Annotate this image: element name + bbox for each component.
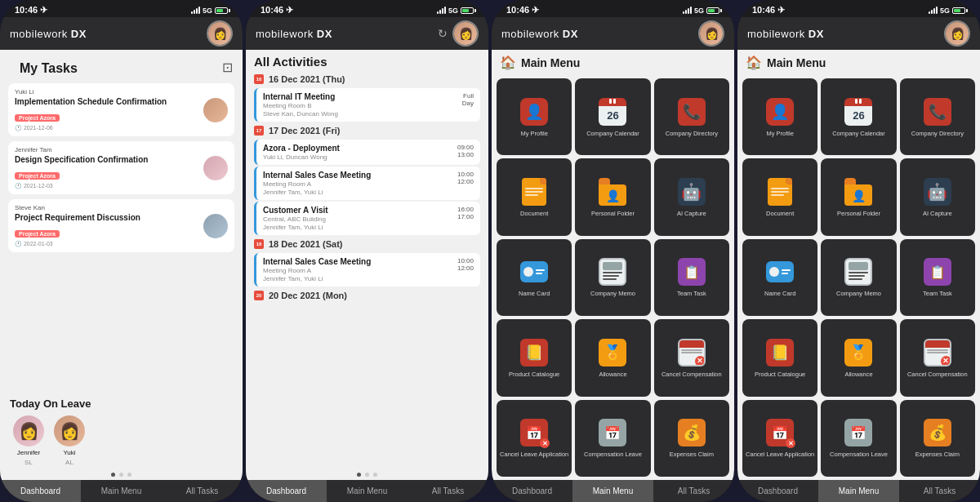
refresh-icon[interactable]: ↻ <box>438 27 448 40</box>
status-time-3: 10:46 ✈ <box>506 5 539 16</box>
activity-title-5: Internal Sales Case Meeting <box>263 257 457 266</box>
task-left-2: Jennifer Tam Design Specification Confir… <box>15 146 198 189</box>
menu-item-compensation-leave[interactable]: 📅 Compensation Leave <box>821 400 896 477</box>
status-bar-3: 10:46 ✈ 5G <box>492 0 734 17</box>
signal-bar <box>437 11 439 14</box>
nav-dashboard-2[interactable]: Dashboard <box>246 480 327 502</box>
menu-item-expenses-claim[interactable]: 💰 Expenses Claim <box>654 400 729 477</box>
avatar-img-4: 👩 <box>946 22 969 45</box>
menu-item-company-memo[interactable]: Company Memo <box>821 239 896 316</box>
menu-item-ai-capture[interactable]: 🤖 AI Capture <box>900 158 975 235</box>
activity-card-4[interactable]: Customer A Visit Central, ABC Building J… <box>254 202 480 235</box>
activities-scroll[interactable]: 16 16 Dec 2021 (Thu) Internal IT Meeting… <box>246 72 488 469</box>
nav-dashboard-3[interactable]: Dashboard <box>492 480 572 502</box>
activity-sub-3a: Meeting Room A <box>263 180 457 188</box>
menu-item-icon: 📅 ✕ <box>765 418 795 447</box>
menu-item-document[interactable]: Document <box>742 158 817 235</box>
menu-item-expenses-claim[interactable]: 💰 Expenses Claim <box>900 400 975 477</box>
signal-bar <box>683 11 684 14</box>
nav-alltasks-2[interactable]: All Tasks <box>408 480 488 502</box>
menu-item-label: Product Catalogue <box>755 371 805 378</box>
menu-item-allowance[interactable]: 🏅 Allowance <box>575 319 650 396</box>
activity-left-3: Internal Sales Case Meeting Meeting Room… <box>263 171 457 196</box>
menu-item-icon: 🤖 <box>923 177 952 207</box>
nav-dashboard-1[interactable]: Dashboard <box>0 480 81 502</box>
dot <box>373 473 377 477</box>
menu-item-team-task[interactable]: 📋 Team Task <box>654 239 729 316</box>
user-avatar-4[interactable]: 👩 <box>944 20 970 47</box>
menu-item-label: Company Calendar <box>586 130 639 137</box>
nav-alltasks-3[interactable]: All Tasks <box>653 480 734 502</box>
user-avatar-3[interactable]: 👩 <box>698 20 724 47</box>
task-tag-2: Project Azora <box>15 172 60 180</box>
nav-alltasks-4[interactable]: All Tasks <box>899 480 980 502</box>
menu-item-label: Product Catalogue <box>509 371 559 378</box>
menu-item-company-memo[interactable]: Company Memo <box>575 239 650 316</box>
menu-item-ai-capture[interactable]: 🤖 AI Capture <box>654 158 729 235</box>
menu-item-personal-folder[interactable]: 👤 Personal Folder <box>821 158 896 235</box>
scan-icon[interactable]: ⊡ <box>222 60 233 75</box>
menu-item-compensation-leave[interactable]: 📅 Compensation Leave <box>575 400 650 477</box>
menu-item-icon: ✕ <box>923 338 952 367</box>
activity-sub-4b: Jennifer Tam, Yuki Li <box>263 224 457 231</box>
dots-row-1 <box>0 469 243 480</box>
user-avatar-2[interactable]: 👩 <box>452 20 479 47</box>
menu-item-allowance[interactable]: 🏅 Allowance <box>821 319 896 396</box>
menu-item-cancel-compensation[interactable]: ✕ Cancel Compensation <box>900 319 975 396</box>
menu-item-company-calendar[interactable]: 26 Company Calendar <box>575 78 650 155</box>
menu-item-icon: 👤 <box>844 177 873 207</box>
menu-item-name-card[interactable]: Name Card <box>497 239 572 316</box>
nav-mainmenu-3[interactable]: Main Menu <box>572 480 653 502</box>
task-left-1: Yuki Li Implementation Schedule Confirma… <box>15 88 198 131</box>
activity-card-1[interactable]: Internal IT Meeting Meeting Room B Steve… <box>254 88 480 122</box>
activity-card-5[interactable]: Internal Sales Case Meeting Meeting Room… <box>254 253 480 287</box>
date-header-4: 20 20 Dec 2021 (Mon) <box>246 288 488 303</box>
menu-item-product-catalogue[interactable]: 📒 Product Catalogue <box>742 319 817 396</box>
activity-card-2[interactable]: Azora - Deployment Yuki Li, Duncan Wong … <box>254 140 480 165</box>
menu-item-label: Company Directory <box>666 130 718 137</box>
on-leave-title: Today On Leave <box>0 393 243 412</box>
task-date-3: 🕐 2022-01-03 <box>15 241 198 247</box>
task-card-3[interactable]: Steve Kan Project Requirement Discussion… <box>8 199 234 252</box>
task-card-1[interactable]: Yuki Li Implementation Schedule Confirma… <box>8 83 234 136</box>
leave-person-1: 👩 Jennifer SL <box>13 415 44 466</box>
menu-item-company-calendar[interactable]: 26 Company Calendar <box>821 78 896 155</box>
nav-mainmenu-1[interactable]: Main Menu <box>81 480 162 502</box>
task-card-2[interactable]: Jennifer Tam Design Specification Confir… <box>8 141 234 194</box>
menu-item-document[interactable]: Document <box>497 158 572 235</box>
menu-item-cancel-leave-application[interactable]: 📅 ✕ Cancel Leave Application <box>742 400 817 477</box>
nav-alltasks-1[interactable]: All Tasks <box>162 480 243 502</box>
nav-mainmenu-2[interactable]: Main Menu <box>327 480 408 502</box>
status-time-2: 10:46 ✈ <box>261 5 293 16</box>
menu-item-personal-folder[interactable]: 👤 Personal Folder <box>575 158 650 235</box>
activity-sub-2b: Yuki Li, Duncan Wong <box>263 153 457 161</box>
menu-title-4: Main Menu <box>767 56 826 69</box>
activity-left-2: Azora - Deployment Yuki Li, Duncan Wong <box>263 144 457 161</box>
signal-bar <box>690 7 692 14</box>
menu-item-company-directory[interactable]: 📞 Company Directory <box>654 78 729 155</box>
app-logo-4: mobilework DX <box>747 28 824 40</box>
activity-sub-3b: Jennifer Tam, Yuki Li <box>263 189 457 196</box>
menu-item-name-card[interactable]: Name Card <box>742 239 817 316</box>
menu-item-company-directory[interactable]: 📞 Company Directory <box>900 78 975 155</box>
menu-item-my-profile[interactable]: 👤 My Profile <box>497 78 572 155</box>
user-avatar-1[interactable]: 👩 <box>207 20 233 47</box>
app-logo-2: mobilework DX <box>256 28 332 40</box>
activity-card-3[interactable]: Internal Sales Case Meeting Meeting Room… <box>254 167 480 200</box>
nav-mainmenu-4[interactable]: Main Menu <box>818 480 899 502</box>
signal-bar <box>196 8 198 14</box>
date-text-3: 18 Dec 2021 (Sat) <box>269 239 343 249</box>
menu-item-team-task[interactable]: 📋 Team Task <box>900 239 975 316</box>
nav-dashboard-4[interactable]: Dashboard <box>737 480 818 502</box>
menu-item-my-profile[interactable]: 👤 My Profile <box>742 78 817 155</box>
menu-item-cancel-compensation[interactable]: ✕ Cancel Compensation <box>654 319 729 396</box>
status-icons-1: 5G <box>191 7 228 15</box>
menu-item-label: Company Calendar <box>832 130 885 137</box>
menu-item-icon: 👤 <box>598 177 627 207</box>
menu-item-label: Cancel Compensation <box>907 371 968 378</box>
menu-item-icon: 📞 <box>923 97 952 127</box>
activity-title-4: Customer A Visit <box>263 206 457 215</box>
menu-item-product-catalogue[interactable]: 📒 Product Catalogue <box>497 319 572 396</box>
dot <box>365 473 369 477</box>
menu-item-cancel-leave-application[interactable]: 📅 ✕ Cancel Leave Application <box>497 400 572 477</box>
